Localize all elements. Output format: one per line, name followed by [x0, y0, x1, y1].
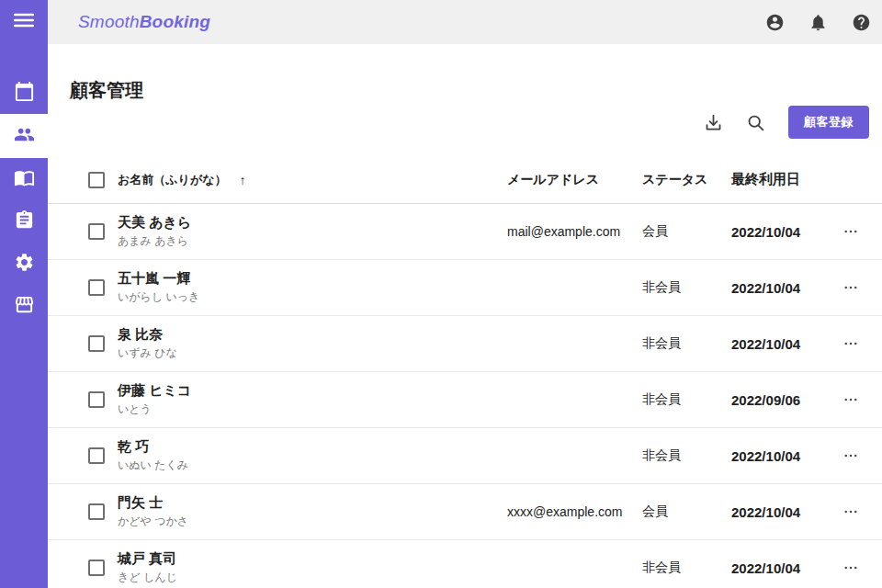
table-header-row: お名前（ふりがな） ↑ メールアドレス ステータス 最終利用日 — [48, 156, 882, 204]
row-actions-cell — [832, 500, 869, 524]
notifications-icon[interactable] — [808, 13, 828, 32]
customer-last-used-date: 2022/09/06 — [731, 392, 832, 408]
customer-furigana: いとう — [118, 401, 507, 417]
table-row: 伊藤 ヒミコ いとう 非会員 2022/09/06 — [48, 372, 882, 428]
customer-name-cell: 天美 あきら あまみ あきら — [118, 214, 507, 249]
sidebar — [0, 0, 48, 588]
table-row: 城戸 真司 きど しんじ 非会員 2022/10/04 — [48, 540, 882, 588]
top-header: SmoothBooking — [48, 0, 882, 44]
row-actions-cell — [832, 444, 869, 468]
customer-name: 伊藤 ヒミコ — [118, 382, 507, 400]
customer-name-cell: 城戸 真司 きど しんじ — [118, 550, 507, 585]
sidebar-item-settings[interactable] — [0, 243, 48, 285]
customer-furigana: きど しんじ — [118, 570, 507, 585]
more-options-button[interactable] — [839, 276, 863, 300]
column-header-status: ステータス — [642, 172, 731, 188]
column-header-last-used: 最終利用日 — [731, 171, 832, 188]
customer-last-used-date: 2022/10/04 — [731, 504, 832, 520]
more-horizontal-icon — [842, 391, 859, 408]
logo-text-light: Smooth — [78, 12, 140, 31]
register-customer-button[interactable]: 顧客登録 — [788, 106, 869, 139]
more-horizontal-icon — [842, 279, 859, 296]
more-options-button[interactable] — [839, 444, 863, 468]
row-actions-cell — [832, 220, 869, 243]
more-horizontal-icon — [842, 335, 859, 352]
row-checkbox[interactable] — [88, 223, 105, 240]
row-checkbox[interactable] — [88, 391, 105, 408]
sidebar-nav — [0, 72, 48, 327]
customer-name: 五十嵐 一輝 — [118, 270, 507, 288]
sidebar-item-book[interactable] — [0, 158, 48, 200]
customer-last-used-date: 2022/10/04 — [731, 224, 832, 240]
more-options-button[interactable] — [839, 500, 863, 524]
topbar-icons — [765, 13, 871, 32]
customer-status: 非会員 — [642, 560, 731, 576]
calendar-icon — [14, 81, 35, 106]
search-icon[interactable] — [746, 113, 765, 132]
customer-status: 非会員 — [642, 447, 731, 464]
sidebar-item-calendar[interactable] — [0, 72, 48, 114]
sort-ascending-icon[interactable]: ↑ — [240, 173, 246, 187]
customer-status: 非会員 — [642, 335, 731, 352]
row-actions-cell — [832, 276, 869, 300]
table-row: 乾 巧 いぬい たくみ 非会員 2022/10/04 — [48, 428, 882, 484]
row-actions-cell — [832, 388, 869, 412]
select-all-checkbox[interactable] — [88, 172, 105, 188]
column-header-email: メールアドレス — [507, 172, 642, 188]
store-icon — [14, 294, 35, 319]
row-checkbox[interactable] — [88, 279, 105, 296]
row-checkbox[interactable] — [88, 335, 105, 352]
column-header-name[interactable]: お名前（ふりがな） ↑ — [118, 172, 507, 188]
customer-name-cell: 門矢 士 かどや つかさ — [118, 494, 507, 529]
customer-name-cell: 乾 巧 いぬい たくみ — [118, 438, 507, 473]
more-horizontal-icon — [842, 223, 859, 240]
customer-email: mail@example.com — [507, 224, 642, 239]
book-icon — [14, 167, 35, 192]
customer-last-used-date: 2022/10/04 — [731, 280, 832, 296]
more-options-button[interactable] — [839, 332, 863, 356]
more-horizontal-icon — [842, 560, 859, 576]
customer-furigana: いがらし いっき — [118, 289, 507, 305]
more-options-button[interactable] — [839, 220, 863, 243]
sidebar-item-store[interactable] — [0, 285, 48, 327]
row-actions-cell — [832, 332, 869, 356]
row-checkbox-cell — [88, 335, 118, 352]
hamburger-icon — [14, 13, 34, 31]
customer-status: 会員 — [642, 223, 731, 240]
customer-furigana: あまみ あきら — [118, 233, 507, 249]
table-body: 天美 あきら あまみ あきら mail@example.com 会員 2022/… — [48, 204, 882, 588]
customer-last-used-date: 2022/10/04 — [731, 560, 832, 576]
more-horizontal-icon — [842, 447, 859, 464]
customer-name: 泉 比奈 — [118, 326, 507, 344]
settings-icon — [14, 252, 35, 277]
customer-last-used-date: 2022/10/04 — [731, 448, 832, 464]
more-options-button[interactable] — [839, 388, 863, 412]
customer-status: 会員 — [642, 503, 731, 520]
customer-furigana: かどや つかさ — [118, 514, 507, 529]
customer-email: xxxx@example.com — [507, 504, 642, 519]
download-icon[interactable] — [704, 113, 723, 132]
row-checkbox[interactable] — [88, 447, 105, 464]
customer-status: 非会員 — [642, 279, 731, 296]
customer-name-cell: 五十嵐 一輝 いがらし いっき — [118, 270, 507, 305]
more-options-button[interactable] — [839, 556, 863, 580]
account-icon[interactable] — [765, 13, 785, 32]
row-checkbox-cell — [88, 503, 118, 520]
toolbar: 顧客登録 — [704, 106, 869, 139]
customer-name: 城戸 真司 — [118, 550, 507, 568]
customer-last-used-date: 2022/10/04 — [731, 336, 832, 352]
help-icon[interactable] — [852, 13, 871, 32]
customer-name: 乾 巧 — [118, 438, 507, 456]
row-checkbox[interactable] — [88, 560, 105, 576]
more-horizontal-icon — [842, 503, 859, 520]
customer-table: お名前（ふりがな） ↑ メールアドレス ステータス 最終利用日 天美 あきら あ… — [48, 156, 882, 588]
menu-toggle-button[interactable] — [0, 0, 48, 44]
table-row: 天美 あきら あまみ あきら mail@example.com 会員 2022/… — [48, 204, 882, 260]
logo-text-bold: Booking — [140, 12, 210, 31]
customer-name-cell: 伊藤 ヒミコ いとう — [118, 382, 507, 417]
app-logo: SmoothBooking — [78, 12, 210, 32]
sidebar-item-customers[interactable] — [0, 114, 48, 158]
sidebar-item-clipboard[interactable] — [0, 200, 48, 243]
table-row: 五十嵐 一輝 いがらし いっき 非会員 2022/10/04 — [48, 260, 882, 316]
row-checkbox[interactable] — [88, 503, 105, 520]
